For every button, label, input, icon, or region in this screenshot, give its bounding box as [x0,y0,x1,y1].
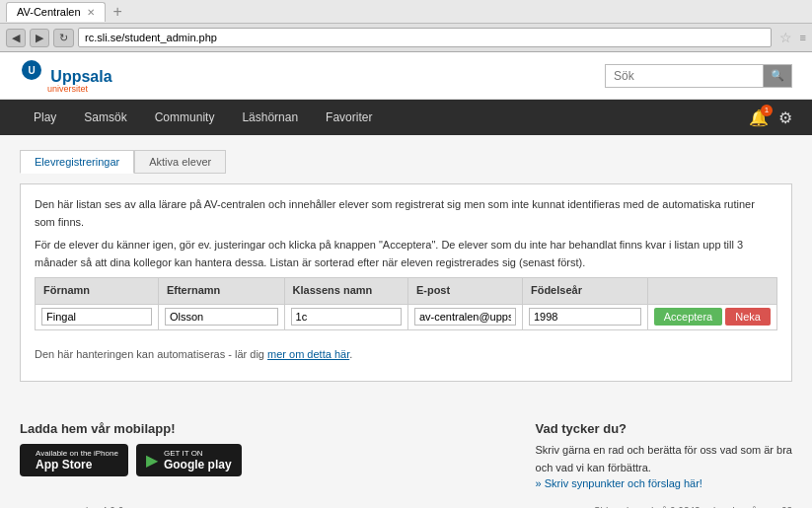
tab-close-btn[interactable]: ✕ [87,7,95,18]
mobile-heading: Ladda hem vår mobilapp! [20,421,242,436]
automation-note: Den här hanteringen kan automatiseras - … [35,340,777,370]
col-fodelsear: Födelseår [522,278,647,305]
tab-aktiva-elever[interactable]: Aktiva elever [134,150,226,174]
mobile-section: Ladda hem vår mobilapp! Available on the… [20,421,242,490]
feedback-text-2: och vad vi kan förbättra. [536,460,792,477]
student-table: Förnamn Efternamn Klassens namn E-post F… [35,277,777,329]
bookmark-icon[interactable]: ☆ [775,30,796,45]
fodelsear-input[interactable] [529,308,641,326]
google-play-badge[interactable]: ▶ GET IT ON Google play [136,444,242,476]
nav-links: Play Samsök Community Läshörnan Favorite… [20,103,386,132]
info-text-1: Den här listan ses av alla lärare på AV-… [35,196,777,231]
col-epost: E-post [407,278,522,305]
tab-title: AV-Centralen [17,6,81,18]
nav-lashornon[interactable]: Läshörnan [228,103,312,132]
menu-icon[interactable]: ≡ [800,32,806,43]
google-play-line1: GET IT ON [164,449,232,458]
settings-gear-icon[interactable]: ⚙ [778,109,792,127]
reload-button[interactable]: ↻ [53,29,74,47]
col-actions [647,278,776,305]
table-row: Acceptera Neka [36,304,777,329]
search-input[interactable] [605,64,763,88]
address-bar[interactable] [78,28,772,47]
search-area: 🔍 [605,64,792,88]
fornamn-input[interactable] [41,308,152,326]
browser-tab[interactable]: AV-Centralen ✕ [6,2,106,22]
app-store-line1: Available on the iPhone [36,449,118,458]
efternamn-input[interactable] [165,308,278,326]
nav-samsok[interactable]: Samsök [70,103,140,132]
nav-play[interactable]: Play [20,103,70,132]
info-box: Den här listan ses av alla lärare på AV-… [20,183,792,382]
col-efternamn: Efternamn [158,278,284,305]
reject-button[interactable]: Neka [725,308,771,326]
col-klass: Klassens namn [284,278,407,305]
nav-favoriter[interactable]: Favoriter [312,103,386,132]
logo-tagline: universitet [47,84,112,94]
feedback-text-1: Skriv gärna en rad och berätta för oss v… [536,442,792,460]
google-play-line2: Google play [164,458,232,472]
klass-input[interactable] [291,308,402,326]
back-button[interactable]: ◀ [6,29,26,47]
automation-link[interactable]: mer om detta här [267,348,349,360]
col-fornamn: Förnamn [36,278,159,305]
epost-input[interactable] [414,308,516,326]
svg-text:U: U [28,65,35,76]
content-tabs: Elevregistreringar Aktiva elever [20,150,792,174]
feedback-heading: Vad tycker du? [536,421,792,436]
search-button[interactable]: 🔍 [763,64,792,88]
google-play-icon: ▶ [146,451,158,470]
tab-elevregistreringar[interactable]: Elevregistreringar [20,150,134,174]
info-text-2: För de elever du känner igen, gör ev. ju… [35,237,777,271]
feedback-link[interactable]: » Skriv synpunkter och förslag här! [536,477,702,489]
new-tab-btn[interactable]: + [110,3,122,21]
app-store-badge[interactable]: Available on the iPhone App Store [20,444,128,476]
logo-text: Uppsala [50,68,111,85]
accept-button[interactable]: Acceptera [654,308,723,326]
nav-community[interactable]: Community [141,103,229,132]
feedback-section: Vad tycker du? Skriv gärna en rad och be… [536,421,792,490]
notifications-bell[interactable]: 🔔 1 [749,109,769,127]
site-navigation: Play Samsök Community Läshörnan Favorite… [0,100,812,135]
logo-icon: U [20,58,43,82]
bell-badge: 1 [761,105,773,116]
site-logo: U Uppsala universitet [20,58,112,94]
forward-button[interactable]: ▶ [30,29,49,47]
app-store-line2: App Store [36,458,118,472]
site-footer: version 4.0.0 Sidan skapad på 0.0343 sek… [0,500,812,508]
